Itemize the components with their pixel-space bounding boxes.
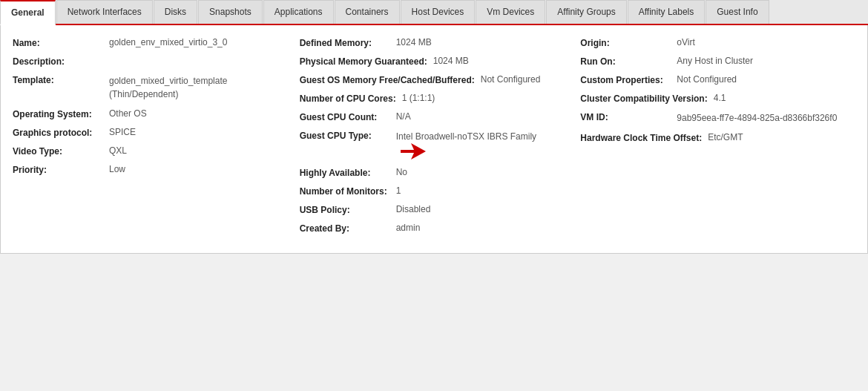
field-item: Priority:Low — [13, 164, 288, 175]
field-label: VM ID: — [580, 111, 677, 122]
field-value: Not Configured — [481, 74, 541, 85]
field-value: 9ab95eea-ff7e-4894-825a-d8366bf326f0 — [677, 111, 837, 125]
field-label: Origin: — [580, 37, 677, 48]
tab-vm-devices[interactable]: Vm Devices — [476, 0, 545, 24]
tab-host-devices[interactable]: Host Devices — [401, 0, 476, 24]
field-value: Other OS — [109, 108, 147, 119]
field-item: Description: — [13, 56, 288, 67]
field-value: 1024 MB — [433, 56, 469, 66]
field-item: Run On:Any Host in Cluster — [580, 56, 849, 67]
field-value: oVirt — [677, 37, 694, 47]
field-item: USB Policy:Disabled — [300, 204, 569, 215]
tab-disks[interactable]: Disks — [154, 0, 197, 24]
column-3: Origin:oVirtRun On:Any Host in ClusterCu… — [574, 37, 855, 241]
tab-snapshots[interactable]: Snapshots — [198, 0, 263, 24]
field-item: Highly Available:No — [300, 167, 569, 178]
field-label: Highly Available: — [300, 167, 396, 178]
field-value: admin — [396, 223, 421, 233]
field-label: Cluster Compatibility Version: — [580, 93, 713, 104]
field-item: Video Type:QXL — [13, 145, 288, 157]
field-value-line: (Thin/Dependent) — [109, 88, 227, 101]
tabs-container: GeneralNetwork InterfacesDisksSnapshotsA… — [0, 0, 868, 25]
field-label: USB Policy: — [300, 204, 396, 215]
field-label: Graphics protocol: — [13, 127, 109, 138]
field-value: 1024 MB — [396, 37, 432, 47]
field-value: Etc/GMT — [708, 132, 743, 142]
tab-general[interactable]: General — [0, 0, 56, 25]
tab-affinity-labels[interactable]: Affinity Labels — [628, 0, 706, 24]
field-item: Guest CPU Type:Intel Broadwell-noTSX IBR… — [300, 130, 569, 160]
field-label: Video Type: — [13, 145, 109, 157]
tab-guest-info[interactable]: Guest Info — [706, 0, 769, 24]
field-value: Intel Broadwell-noTSX IBRS Family — [396, 130, 536, 160]
field-label: Guest OS Memory Free/Cached/Buffered: — [300, 74, 481, 85]
field-value: 1 — [396, 185, 401, 196]
field-value: No — [396, 167, 407, 177]
field-value: QXL — [109, 145, 127, 156]
field-label: Guest CPU Count: — [300, 111, 396, 122]
field-label: Defined Memory: — [300, 37, 396, 48]
field-item: Template:golden_mixed_virtio_template(Th… — [13, 74, 288, 101]
field-item: Created By:admin — [300, 223, 569, 234]
field-value: 1 (1:1:1) — [402, 93, 435, 103]
field-item: Name:golden_env_mixed_virtio_3_0 — [13, 37, 288, 48]
field-label: Name: — [13, 37, 109, 48]
field-label: Number of Monitors: — [300, 185, 396, 197]
column-2: Defined Memory:1024 MBPhysical Memory Gu… — [294, 37, 575, 241]
field-item: Guest CPU Count:N/A — [300, 111, 569, 122]
field-label: Description: — [13, 56, 109, 67]
field-value: 4.1 — [714, 93, 726, 103]
field-value: N/A — [396, 111, 411, 122]
field-value: golden_mixed_virtio_template(Thin/Depend… — [109, 74, 227, 101]
field-label: Template: — [13, 74, 109, 85]
main-content: Name:golden_env_mixed_virtio_3_0Descript… — [0, 25, 868, 254]
field-item: Guest OS Memory Free/Cached/Buffered:Not… — [300, 74, 569, 85]
field-item: Hardware Clock Time Offset:Etc/GMT — [580, 132, 849, 143]
field-value: Disabled — [396, 204, 431, 214]
field-label: Operating System: — [13, 108, 109, 119]
column-1: Name:golden_env_mixed_virtio_3_0Descript… — [13, 37, 294, 241]
svg-marker-0 — [401, 143, 426, 160]
field-value-line2 — [396, 143, 536, 160]
field-item: Operating System:Other OS — [13, 108, 288, 119]
red-arrow-icon — [401, 143, 426, 160]
tab-containers[interactable]: Containers — [335, 0, 400, 24]
field-item: Origin:oVirt — [580, 37, 849, 48]
field-label: Guest CPU Type: — [300, 130, 396, 141]
field-item: Number of CPU Cores:1 (1:1:1) — [300, 93, 569, 104]
field-label: Created By: — [300, 223, 396, 234]
field-label: Hardware Clock Time Offset: — [580, 132, 708, 143]
field-value-line: golden_mixed_virtio_template — [109, 74, 227, 88]
field-label: Physical Memory Guaranteed: — [300, 56, 433, 67]
field-label: Run On: — [580, 56, 677, 67]
field-value: Not Configured — [677, 74, 737, 85]
field-item: Physical Memory Guaranteed:1024 MB — [300, 56, 569, 67]
field-item: Custom Properties:Not Configured — [580, 74, 849, 85]
field-label: Custom Properties: — [580, 74, 677, 85]
field-item: Defined Memory:1024 MB — [300, 37, 569, 48]
field-value: SPICE — [109, 127, 136, 137]
tab-bar: GeneralNetwork InterfacesDisksSnapshotsA… — [0, 0, 868, 25]
field-item: Number of Monitors:1 — [300, 185, 569, 197]
field-value: golden_env_mixed_virtio_3_0 — [109, 37, 227, 47]
tab-applications[interactable]: Applications — [263, 0, 334, 24]
field-item: Cluster Compatibility Version:4.1 — [580, 93, 849, 104]
field-item: VM ID:9ab95eea-ff7e-4894-825a-d8366bf326… — [580, 111, 849, 125]
fields-grid: Name:golden_env_mixed_virtio_3_0Descript… — [13, 37, 855, 241]
field-item: Graphics protocol:SPICE — [13, 127, 288, 138]
field-label: Priority: — [13, 164, 109, 175]
field-label: Number of CPU Cores: — [300, 93, 402, 104]
tab-affinity-groups[interactable]: Affinity Groups — [546, 0, 626, 24]
field-value: Any Host in Cluster — [677, 56, 753, 66]
tab-network-interfaces[interactable]: Network Interfaces — [56, 0, 153, 24]
field-value: Low — [109, 164, 125, 174]
